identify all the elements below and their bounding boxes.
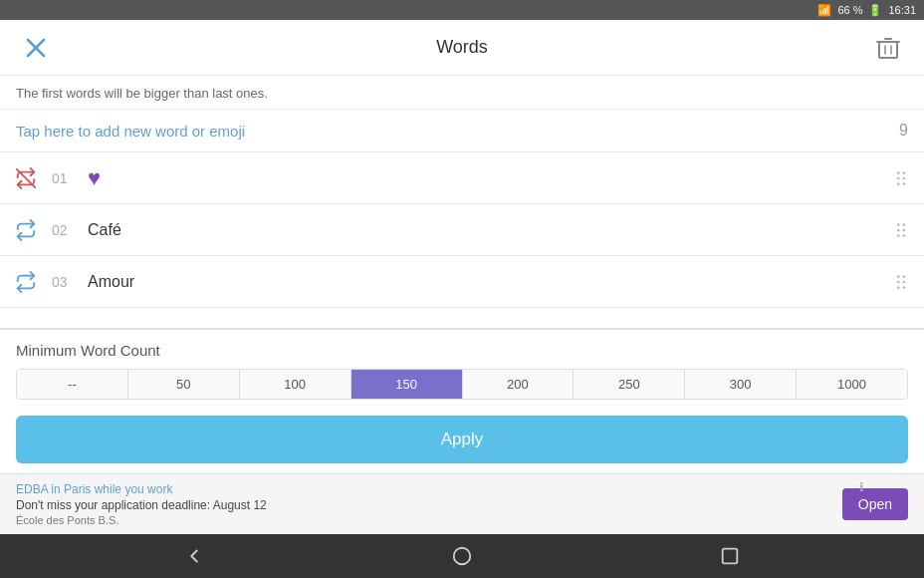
svg-point-19: [902, 234, 905, 237]
svg-point-23: [902, 280, 905, 283]
ad-banner: EDBA in Paris while you work Don't miss …: [0, 473, 924, 534]
word-list: 01 ♥ 02 Café: [0, 152, 924, 328]
word-index-2: 02: [52, 222, 80, 238]
svg-point-22: [897, 280, 900, 283]
svg-point-21: [902, 275, 905, 278]
svg-point-18: [897, 234, 900, 237]
word-content-1: ♥: [88, 165, 878, 191]
svg-point-8: [897, 171, 900, 174]
slider-option-50[interactable]: 50: [128, 370, 240, 399]
slider-option-100[interactable]: 100: [240, 370, 351, 399]
drag-handle-2[interactable]: [886, 215, 916, 245]
page-title: Words: [436, 37, 488, 58]
svg-point-25: [902, 286, 905, 289]
subtitle-bar: The first words will be bigger than last…: [0, 76, 924, 110]
word-count-section: Minimum Word Count --5010015020025030010…: [0, 328, 924, 406]
repeat-toggle-1[interactable]: [8, 160, 44, 196]
table-row: 03 Amour: [0, 256, 924, 308]
ad-source: École des Ponts B.S.: [16, 514, 267, 526]
svg-point-14: [897, 223, 900, 226]
word-count-label: Minimum Word Count: [16, 342, 908, 359]
slider-track: --501001502002503001000: [16, 369, 908, 400]
ad-open-button[interactable]: Open: [842, 488, 908, 520]
delete-button[interactable]: [868, 28, 908, 68]
repeat-toggle-2[interactable]: [8, 212, 44, 248]
svg-point-13: [902, 182, 905, 185]
subtitle-text: The first words will be bigger than last…: [16, 86, 268, 101]
add-word-row[interactable]: Tap here to add new word or emoji 9: [0, 110, 924, 152]
svg-point-16: [897, 228, 900, 231]
repeat-toggle-3[interactable]: [8, 264, 44, 300]
drag-handle-1[interactable]: [886, 163, 916, 193]
drag-handle-3[interactable]: [886, 267, 916, 297]
toolbar: Words: [0, 20, 924, 76]
word-count-badge: 9: [899, 122, 908, 140]
ad-info: EDBA in Paris while you work Don't miss …: [16, 482, 267, 526]
battery-icon: 🔋: [868, 4, 882, 17]
home-button[interactable]: [431, 537, 493, 575]
word-content-3: Amour: [88, 273, 878, 291]
slider-option-300[interactable]: 300: [685, 370, 797, 399]
battery-percent: 66 %: [837, 4, 862, 16]
table-row: 02 Café: [0, 204, 924, 256]
svg-point-26: [454, 548, 471, 565]
svg-point-20: [897, 275, 900, 278]
svg-point-17: [902, 228, 905, 231]
slider-option-250[interactable]: 250: [574, 370, 685, 399]
close-button[interactable]: [16, 28, 56, 68]
svg-point-9: [902, 171, 905, 174]
status-bar: 📶 66 % 🔋 16:31: [0, 0, 924, 20]
word-index-3: 03: [52, 274, 80, 290]
svg-rect-27: [723, 549, 738, 564]
wifi-icon: 📶: [817, 4, 831, 17]
slider-option---[interactable]: --: [17, 370, 128, 399]
svg-point-24: [897, 286, 900, 289]
slider-option-200[interactable]: 200: [463, 370, 575, 399]
main-content: The first words will be bigger than last…: [0, 76, 924, 534]
svg-point-12: [897, 182, 900, 185]
recents-button[interactable]: [699, 537, 761, 575]
table-row: 01 ♥: [0, 152, 924, 204]
slider-option-150[interactable]: 150: [351, 370, 463, 399]
svg-point-10: [897, 176, 900, 179]
svg-point-15: [902, 223, 905, 226]
ad-title: EDBA in Paris while you work: [16, 482, 267, 496]
back-button[interactable]: [163, 537, 225, 575]
ad-info-icon[interactable]: ℹ: [859, 480, 864, 494]
apply-button[interactable]: Apply: [16, 416, 908, 463]
status-time: 16:31: [888, 4, 916, 16]
svg-rect-2: [879, 42, 897, 58]
slider-option-1000[interactable]: 1000: [797, 370, 907, 399]
add-word-placeholder: Tap here to add new word or emoji: [16, 123, 245, 140]
ad-description: Don't miss your application deadline: Au…: [16, 498, 267, 512]
svg-point-11: [902, 176, 905, 179]
word-index-1: 01: [52, 170, 80, 186]
bottom-nav: [0, 534, 924, 578]
word-content-2: Café: [88, 221, 878, 239]
